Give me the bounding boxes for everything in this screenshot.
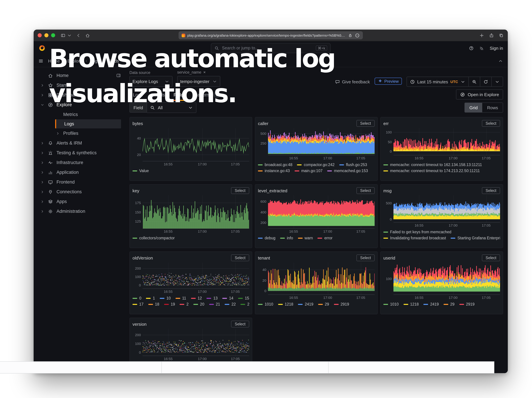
sidebar-item-metrics[interactable]: Metrics: [55, 110, 121, 119]
zoom-window-button[interactable]: [51, 33, 55, 37]
select-button[interactable]: Select: [231, 187, 249, 194]
select-button[interactable]: Select: [482, 187, 500, 194]
legend-item[interactable]: collectors/compactor: [133, 236, 175, 240]
select-button[interactable]: Select: [482, 255, 500, 261]
news-icon[interactable]: [479, 46, 484, 50]
legend-item[interactable]: compactor.go:242: [297, 163, 335, 167]
more-options-icon[interactable]: [355, 33, 360, 38]
legend-item[interactable]: 21: [209, 302, 220, 306]
tab-logs[interactable]: Logs: [129, 89, 146, 101]
legend-item[interactable]: 1218: [278, 302, 293, 306]
sidebar-item-logs[interactable]: Logs: [55, 119, 121, 128]
chevron-right-icon[interactable]: [40, 141, 44, 145]
url-field[interactable]: play.grafana.org/a/grafana-lokiexplore-a…: [178, 31, 363, 39]
service-name-select[interactable]: tempo-ingester: [177, 76, 220, 87]
sidebar-item-connections[interactable]: Connections: [34, 187, 124, 197]
legend-item[interactable]: 29: [318, 302, 329, 306]
legend-item[interactable]: flush.go:253: [339, 163, 367, 167]
chevron-right-icon[interactable]: [56, 131, 60, 135]
legend-item[interactable]: error: [318, 236, 333, 240]
legend-item[interactable]: memcache: connect timeout to 162.134.158…: [383, 163, 482, 167]
legend-item[interactable]: 20: [193, 302, 204, 306]
legend-item[interactable]: 17: [133, 302, 144, 306]
legend-item[interactable]: Invalidating forwarded broadcast: [383, 236, 446, 240]
tab-overview-button[interactable]: [499, 33, 504, 38]
sidebar-item-alerts-irm[interactable]: Alerts & IRM: [34, 138, 124, 148]
help-icon[interactable]: [469, 46, 474, 50]
chevron-right-icon[interactable]: [40, 190, 44, 194]
legend-item[interactable]: 23: [241, 302, 249, 306]
minimize-window-button[interactable]: [44, 33, 48, 37]
sidebar-item-starred[interactable]: Starred: [34, 80, 124, 90]
share-button[interactable]: [489, 33, 494, 38]
legend-item[interactable]: Failed to get keys from memcached: [383, 230, 451, 234]
legend-item[interactable]: 1218: [403, 302, 419, 306]
tab-group-chevron-icon[interactable]: [67, 33, 72, 38]
select-button[interactable]: Select: [231, 255, 249, 261]
sidebar-item-apps[interactable]: Apps: [34, 197, 124, 206]
legend-item[interactable]: 15: [238, 296, 249, 300]
legend-item[interactable]: warn: [298, 236, 313, 240]
legend-item[interactable]: 10: [160, 296, 171, 300]
chevron-right-icon[interactable]: [40, 161, 44, 165]
history-back-button[interactable]: [76, 33, 81, 38]
sign-in-button[interactable]: Sign in: [490, 46, 503, 50]
legend-item[interactable]: memcache: connect timeout to 174.213.22.…: [383, 169, 480, 173]
legend-item[interactable]: instance.go:43: [258, 169, 290, 173]
breadcrumb-item[interactable]: Fields: [107, 58, 119, 63]
grid-view-button[interactable]: Grid: [465, 103, 482, 112]
select-button[interactable]: Select: [356, 187, 375, 194]
open-in-explore-button[interactable]: Open in Explore: [456, 89, 503, 100]
legend-item[interactable]: 14: [222, 296, 233, 300]
sidebar-item-home[interactable]: Home: [34, 71, 124, 80]
grafana-logo[interactable]: [38, 44, 46, 52]
legend-item[interactable]: 18: [148, 302, 159, 306]
legend-item[interactable]: info: [280, 236, 293, 240]
chevron-right-icon[interactable]: [40, 93, 44, 97]
field-search-select[interactable]: All: [147, 102, 196, 113]
chevron-right-icon[interactable]: [40, 83, 44, 87]
legend-item[interactable]: 12: [191, 296, 202, 300]
data-source-select[interactable]: Explore Logs: [129, 76, 172, 87]
chevron-right-icon[interactable]: [40, 151, 44, 155]
tab-labels[interactable]: Labels: [148, 89, 168, 101]
chevron-right-icon[interactable]: [40, 209, 44, 213]
legend-item[interactable]: debug: [258, 236, 275, 240]
sidebar-item-frontend[interactable]: Frontend: [34, 177, 124, 187]
search-input[interactable]: Search or jump to... ⌘+k: [211, 43, 330, 53]
new-tab-button[interactable]: [479, 33, 484, 38]
dock-sidebar-icon[interactable]: [116, 73, 121, 78]
give-feedback-link[interactable]: Give feedback: [335, 79, 370, 84]
legend-item[interactable]: 29: [443, 302, 455, 306]
legend-item[interactable]: 1010: [258, 302, 273, 306]
field-filter-chip[interactable]: Field: [129, 103, 147, 113]
sidebar-item-testing-synthetics[interactable]: Testing & synthetics: [34, 148, 124, 158]
time-range-picker[interactable]: Last 15 minutes UTC: [406, 77, 469, 87]
chevron-up-icon[interactable]: [498, 58, 503, 63]
breadcrumb-item[interactable]: Logs: [90, 58, 100, 63]
legend-item[interactable]: 22: [225, 302, 236, 306]
zoom-out-button[interactable]: [469, 77, 480, 87]
close-window-button[interactable]: [38, 33, 42, 37]
chevron-right-icon[interactable]: [40, 180, 44, 184]
chevron-right-icon[interactable]: [40, 199, 44, 204]
legend-item[interactable]: 0: [133, 296, 141, 300]
legend-item[interactable]: main.go:107: [295, 169, 323, 173]
legend-item[interactable]: 11: [175, 296, 186, 300]
sidebar-item-profiles[interactable]: Profiles: [55, 129, 121, 138]
chevron-down-icon[interactable]: [40, 103, 44, 107]
sidebar-item-infrastructure[interactable]: Infrastructure: [34, 158, 124, 168]
select-button[interactable]: Select: [356, 255, 375, 261]
rows-view-button[interactable]: Rows: [482, 103, 503, 112]
legend-item[interactable]: Starting Grafana Enterpri: [451, 236, 500, 240]
legend-item[interactable]: 19: [164, 302, 175, 306]
refresh-interval-dropdown[interactable]: [492, 77, 503, 87]
remove-filter-icon[interactable]: ×: [203, 70, 206, 75]
legend-item[interactable]: 2419: [298, 302, 313, 306]
menu-toggle-icon[interactable]: [38, 58, 43, 63]
breadcrumb-item[interactable]: Explore: [67, 58, 82, 63]
sidebar-item-explore[interactable]: Explore: [34, 100, 124, 110]
chevron-right-icon[interactable]: [40, 170, 44, 174]
breadcrumb-item[interactable]: Home: [48, 58, 60, 63]
tab-patterns[interactable]: Patterns8: [191, 89, 224, 101]
